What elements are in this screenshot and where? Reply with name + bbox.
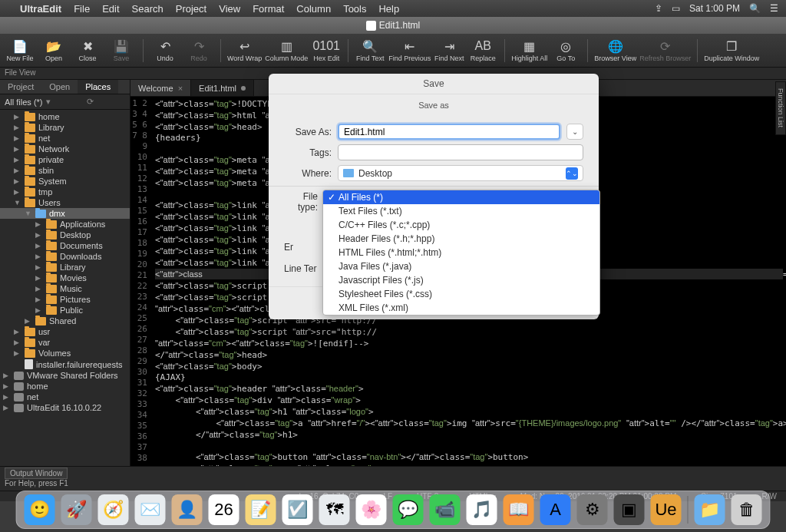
disclosure-icon[interactable]: ▶ bbox=[35, 253, 43, 260]
toolbar-duplicate-window[interactable]: ❐Duplicate Window bbox=[704, 38, 759, 62]
tree-item[interactable]: ▶Shared bbox=[0, 316, 130, 326]
toolbar-save[interactable]: 💾Save bbox=[106, 38, 137, 62]
tree-item[interactable]: ▼Users bbox=[0, 197, 130, 208]
disclosure-icon[interactable]: ▶ bbox=[35, 242, 43, 249]
dock-finder[interactable]: 🙂 bbox=[25, 494, 55, 525]
tree-item[interactable]: ▶Network bbox=[0, 144, 130, 154]
file-type-option[interactable]: Javascript Files (*.js) bbox=[323, 273, 599, 287]
disclosure-icon[interactable]: ▶ bbox=[35, 263, 43, 271]
tree-item[interactable]: ▶Library bbox=[0, 122, 130, 133]
display-icon[interactable]: ▭ bbox=[672, 3, 680, 14]
dock-facetime[interactable]: 📹 bbox=[430, 494, 461, 525]
disclosure-icon[interactable]: ▶ bbox=[35, 220, 43, 228]
sidebar-filter[interactable]: All files (*) ▾ ⟳ bbox=[0, 94, 130, 110]
disclosure-icon[interactable]: ▼ bbox=[25, 210, 32, 217]
toolbar-replace[interactable]: ABReplace bbox=[467, 38, 498, 62]
menu-edit[interactable]: Edit bbox=[102, 3, 119, 15]
disclosure-icon[interactable]: ▶ bbox=[14, 124, 21, 131]
menu-help[interactable]: Help bbox=[378, 3, 399, 15]
disclosure-icon[interactable]: ▶ bbox=[3, 393, 11, 401]
tree-item[interactable]: ▶home bbox=[0, 381, 130, 392]
sidebar-tab-open[interactable]: Open bbox=[41, 80, 78, 94]
notifications-icon[interactable]: ☰ bbox=[770, 3, 778, 14]
clock[interactable]: Sat 1:00 PM bbox=[689, 3, 740, 14]
disclosure-icon[interactable]: ▶ bbox=[3, 382, 11, 390]
dock-mail[interactable]: ✉️ bbox=[135, 494, 166, 525]
tree-item[interactable]: ▶sbin bbox=[0, 165, 130, 176]
disclosure-icon[interactable]: ▶ bbox=[35, 296, 43, 303]
toolbar-find-previous[interactable]: ⇤Find Previous bbox=[388, 38, 431, 62]
toolbar-column-mode[interactable]: ▥Column Mode bbox=[265, 38, 308, 62]
menu-search[interactable]: Search bbox=[132, 3, 163, 15]
file-type-option[interactable]: Text Files (*.txt) bbox=[323, 204, 599, 218]
disclosure-icon[interactable]: ▼ bbox=[14, 199, 21, 207]
dock-ibooks[interactable]: 📖 bbox=[504, 494, 534, 525]
disclosure-icon[interactable]: ▶ bbox=[14, 188, 21, 196]
dock-trash[interactable]: 🗑 bbox=[732, 494, 762, 525]
tree-item[interactable]: ▶Movies bbox=[0, 273, 130, 283]
tree-item[interactable]: ▶Documents bbox=[0, 240, 130, 251]
tree-item[interactable]: ▶Library bbox=[0, 262, 130, 273]
file-type-option[interactable]: C/C++ Files (*.c;*.cpp) bbox=[323, 218, 599, 232]
dock-itunes[interactable]: 🎵 bbox=[467, 494, 497, 525]
sidebar-tab-project[interactable]: Project bbox=[0, 80, 41, 94]
tree-item[interactable]: ▶Desktop bbox=[0, 230, 130, 240]
function-list-tab[interactable]: Function List bbox=[775, 81, 786, 135]
file-type-option[interactable]: All Files (*) bbox=[323, 190, 599, 204]
tree-item[interactable]: ▶Public bbox=[0, 305, 130, 316]
dock-messages[interactable]: 💬 bbox=[393, 494, 424, 525]
tree-item[interactable]: ▶Downloads bbox=[0, 251, 130, 262]
dock-preferences[interactable]: ⚙ bbox=[577, 494, 608, 525]
dock-ultraedit[interactable]: Ue bbox=[651, 494, 682, 525]
tree-item[interactable]: ▶Music bbox=[0, 283, 130, 294]
menu-format[interactable]: Format bbox=[253, 3, 284, 15]
dock-documents[interactable]: 📁 bbox=[695, 494, 725, 525]
dock-reminders[interactable]: ☑️ bbox=[282, 494, 313, 525]
file-type-option[interactable]: Stylesheet Files (*.css) bbox=[323, 287, 599, 301]
tree-item[interactable]: ▶var bbox=[0, 337, 130, 348]
dock-vmware[interactable]: ▣ bbox=[614, 494, 645, 525]
tree-item[interactable]: ▶home bbox=[0, 111, 130, 122]
disclosure-icon[interactable]: ▶ bbox=[3, 372, 11, 379]
assist-icon[interactable]: ⇪ bbox=[655, 3, 662, 14]
disclosure-icon[interactable]: ▶ bbox=[3, 404, 11, 411]
file-type-option[interactable]: HTML Files (*.html;*.htm) bbox=[323, 246, 599, 259]
toolbar-refresh-browser[interactable]: ⟳Refresh Browser bbox=[639, 38, 691, 62]
toolbar-word-wrap[interactable]: ↩Word Wrap bbox=[227, 38, 262, 62]
dock-notes[interactable]: 📝 bbox=[246, 494, 276, 525]
dock-calendar[interactable]: 26 bbox=[209, 494, 239, 525]
toolbar-redo[interactable]: ↷Redo bbox=[183, 38, 214, 62]
output-tab[interactable]: Output Window bbox=[5, 468, 68, 479]
tree-item[interactable]: ▶private bbox=[0, 154, 130, 165]
toolbar-find-next[interactable]: ⇥Find Next bbox=[434, 38, 464, 62]
tree-item[interactable]: ▶net bbox=[0, 133, 130, 144]
disclosure-icon[interactable]: ▶ bbox=[35, 306, 43, 314]
tree-item[interactable]: ▶Applications bbox=[0, 219, 130, 230]
tree-item[interactable]: ▶System bbox=[0, 176, 130, 187]
disclosure-icon[interactable]: ▶ bbox=[35, 274, 43, 282]
dock-contacts[interactable]: 👤 bbox=[172, 494, 203, 525]
disclosure-icon[interactable]: ▶ bbox=[14, 328, 21, 335]
toolbar-find-text[interactable]: 🔍Find Text bbox=[355, 38, 385, 62]
tree-item[interactable]: installer.failurerequests bbox=[0, 359, 130, 370]
refresh-icon[interactable]: ⟳ bbox=[87, 97, 125, 107]
tree-item[interactable]: ▼dmx bbox=[0, 208, 130, 219]
tree-item[interactable]: ▶usr bbox=[0, 326, 130, 337]
tags-input[interactable] bbox=[338, 144, 583, 160]
dock-appstore[interactable]: A bbox=[540, 494, 571, 525]
tree-item[interactable]: ▶UltraEdit 16.10.0.22 bbox=[0, 402, 130, 413]
disclosure-icon[interactable]: ▶ bbox=[14, 167, 21, 174]
toolbar-hex-edit[interactable]: 0101Hex Edit bbox=[311, 38, 342, 62]
spotlight-icon[interactable]: 🔍 bbox=[749, 3, 761, 14]
toolbar-go-to[interactable]: ◎Go To bbox=[550, 38, 581, 62]
disclosure-icon[interactable]: ▶ bbox=[14, 145, 21, 153]
save-as-input[interactable] bbox=[338, 124, 560, 140]
app-name[interactable]: UltraEdit bbox=[20, 3, 61, 15]
disclosure-icon[interactable]: ▶ bbox=[14, 339, 21, 346]
menu-column[interactable]: Column bbox=[296, 3, 331, 15]
file-type-option[interactable]: Header Files (*.h;*.hpp) bbox=[323, 232, 599, 246]
dock-safari[interactable]: 🧭 bbox=[98, 494, 129, 525]
toolbar-browser-view[interactable]: 🌐Browser View bbox=[594, 38, 636, 62]
dock-launchpad[interactable]: 🚀 bbox=[61, 494, 92, 525]
tree-item[interactable]: ▶Volumes bbox=[0, 348, 130, 359]
